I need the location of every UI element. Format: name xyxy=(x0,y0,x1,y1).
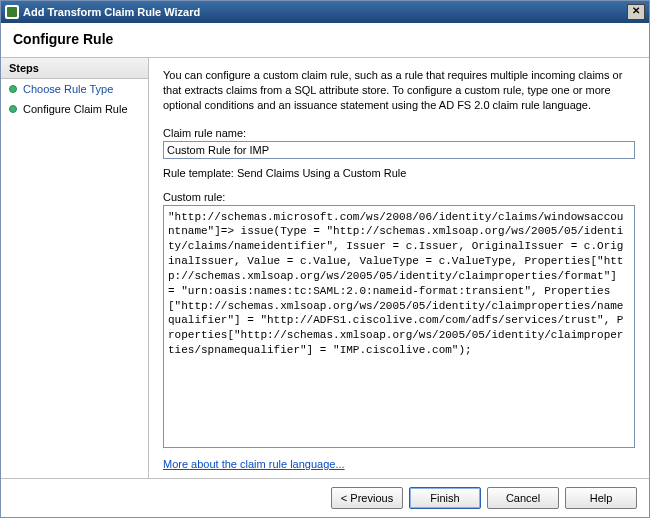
step-label: Configure Claim Rule xyxy=(23,103,128,115)
footer: < Previous Finish Cancel Help xyxy=(1,478,649,517)
finish-button[interactable]: Finish xyxy=(409,487,481,509)
learn-more-link[interactable]: More about the claim rule language... xyxy=(163,458,635,470)
custom-rule-label: Custom rule: xyxy=(163,191,635,203)
previous-button[interactable]: < Previous xyxy=(331,487,403,509)
custom-rule-textarea[interactable] xyxy=(164,206,634,376)
main-panel: You can configure a custom claim rule, s… xyxy=(149,58,649,478)
header: Configure Rule xyxy=(1,23,649,58)
page-title: Configure Rule xyxy=(13,31,637,47)
wizard-window: Add Transform Claim Rule Wizard ✕ Config… xyxy=(0,0,650,518)
cancel-button[interactable]: Cancel xyxy=(487,487,559,509)
description-text: You can configure a custom claim rule, s… xyxy=(163,68,635,113)
rule-template-label: Rule template: Send Claims Using a Custo… xyxy=(163,167,635,179)
window-title: Add Transform Claim Rule Wizard xyxy=(23,6,200,18)
rule-name-input[interactable] xyxy=(163,141,635,159)
app-icon xyxy=(5,5,19,19)
bullet-icon xyxy=(9,105,17,113)
titlebar: Add Transform Claim Rule Wizard ✕ xyxy=(1,1,649,23)
step-configure-claim-rule[interactable]: Configure Claim Rule xyxy=(1,99,148,119)
step-label: Choose Rule Type xyxy=(23,83,113,95)
rule-name-label: Claim rule name: xyxy=(163,127,635,139)
steps-heading: Steps xyxy=(1,58,148,79)
custom-rule-wrap xyxy=(163,205,635,448)
help-button[interactable]: Help xyxy=(565,487,637,509)
steps-sidebar: Steps Choose Rule Type Configure Claim R… xyxy=(1,58,149,478)
body: Steps Choose Rule Type Configure Claim R… xyxy=(1,58,649,478)
bullet-icon xyxy=(9,85,17,93)
close-button[interactable]: ✕ xyxy=(627,4,645,20)
step-choose-rule-type[interactable]: Choose Rule Type xyxy=(1,79,148,99)
